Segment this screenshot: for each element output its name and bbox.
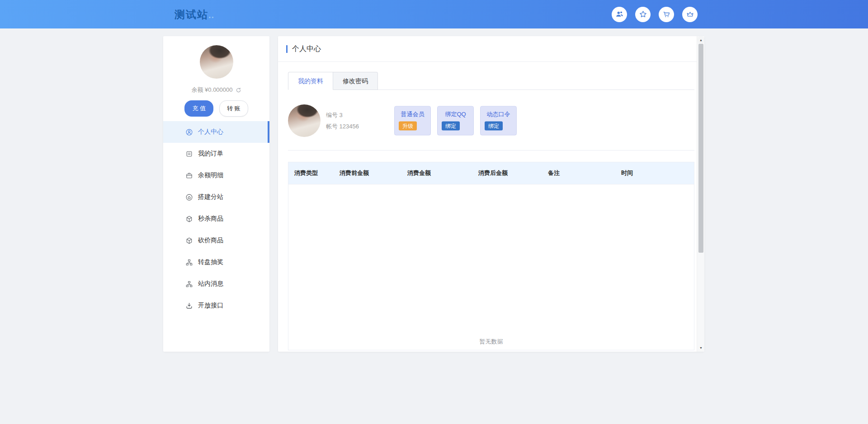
bind-qq-button[interactable]: 绑定 [442,122,460,131]
otp-card: 动态口令 绑定 [480,106,517,136]
order-icon [185,150,193,158]
recharge-button[interactable]: 充 值 [184,100,213,117]
profile-info: 编号 3 帐号 123456 [326,109,359,132]
sitemap-icon [185,259,193,266]
sidebar-item-open-api[interactable]: 开放接口 [163,295,269,316]
sidebar-item-label: 砍价商品 [198,236,223,245]
site-logo[interactable]: 测试站.. [175,7,214,21]
site-logo-dots: .. [208,9,214,19]
site-logo-text: 测试站 [175,8,208,20]
substation-icon [185,193,193,201]
scrollbar-thumb[interactable] [698,44,703,253]
favorites-star-icon[interactable] [635,7,651,22]
title-accent-bar [286,45,288,53]
sidebar-item-bargain-goods[interactable]: 砍价商品 [163,230,269,251]
sidebar: 余额 ¥0.000000 充 值 转 账 个人中心 我的订单 [163,36,269,352]
member-level-title: 普通会员 [399,110,426,118]
section-divider [288,150,694,151]
user-avatar[interactable] [200,45,233,79]
profile-section: 编号 3 帐号 123456 普通会员 升级 绑定QQ 绑定 动态口令 绑定 [288,104,694,137]
table-header-row: 消费类型 消费前金额 消费金额 消费后金额 备注 时间 [288,162,694,184]
transfer-button[interactable]: 转 账 [219,100,248,117]
tab-change-password[interactable]: 修改密码 [333,72,378,90]
sidebar-item-label: 站内消息 [198,280,223,288]
profile-account: 帐号 123456 [326,121,359,132]
page-title-bar: 个人中心 [278,36,704,62]
sidebar-menu: 个人中心 我的订单 余额明细 搭建分站 [163,121,269,316]
upgrade-button[interactable]: 升级 [399,122,417,131]
panel-body: 我的资料 修改密码 编号 3 帐号 123456 普通会员 升级 绑定QQ 绑定… [278,72,704,350]
sidebar-item-my-orders[interactable]: 我的订单 [163,143,269,165]
otp-title: 动态口令 [485,110,512,118]
bind-qq-title: 绑定QQ [442,110,469,118]
vip-crown-icon[interactable] [682,7,698,22]
table-body: 暂无数据 [288,184,694,350]
shop-cart-icon[interactable] [659,7,674,22]
column-header: 备注 [542,169,615,177]
sitemap-icon [185,280,193,288]
header-icon-group [612,7,698,22]
sidebar-item-seckill-goods[interactable]: 秒杀商品 [163,208,269,230]
user-circle-icon [185,128,193,136]
sidebar-item-label: 秒杀商品 [198,215,223,223]
bind-qq-card: 绑定QQ 绑定 [437,106,474,136]
sidebar-item-wheel-lottery[interactable]: 转盘抽奖 [163,251,269,273]
cube-icon [185,215,193,223]
tab-bar: 我的资料 修改密码 [288,72,694,90]
scroll-up-arrow-icon[interactable]: ▲ [697,36,704,44]
page-title: 个人中心 [292,44,321,54]
column-header: 消费前金额 [334,169,401,177]
wallet-icon [185,172,193,179]
column-header: 时间 [615,169,694,177]
main-panel: 个人中心 我的资料 修改密码 编号 3 帐号 123456 普通会员 升级 绑定… [278,36,704,352]
column-header: 消费类型 [288,169,334,177]
sidebar-item-label: 搭建分站 [198,193,223,201]
column-header: 消费后金额 [472,169,542,177]
otp-bind-button[interactable]: 绑定 [485,122,503,131]
download-icon [185,302,193,310]
tab-my-profile[interactable]: 我的资料 [288,72,333,90]
sidebar-item-personal-center[interactable]: 个人中心 [163,121,269,143]
profile-avatar[interactable] [288,104,321,137]
top-header: 测试站.. [0,0,868,28]
refresh-icon[interactable] [236,87,241,93]
balance-text: 余额 ¥0.000000 [191,86,232,94]
column-header: 消费金额 [401,169,472,177]
sidebar-item-label: 转盘抽奖 [198,258,223,266]
members-icon[interactable] [612,7,627,22]
sidebar-item-site-messages[interactable]: 站内消息 [163,273,269,295]
sidebar-item-label: 余额明细 [198,171,223,179]
cube-icon [185,237,193,245]
sidebar-item-balance-detail[interactable]: 余额明细 [163,165,269,186]
consumption-table: 消费类型 消费前金额 消费金额 消费后金额 备注 时间 暂无数据 [288,162,694,350]
scroll-down-arrow-icon[interactable]: ▼ [697,344,704,352]
balance-actions: 充 值 转 账 [163,100,269,117]
empty-state-text: 暂无数据 [288,338,694,346]
sidebar-item-build-substation[interactable]: 搭建分站 [163,186,269,208]
balance-row: 余额 ¥0.000000 [163,86,269,94]
sidebar-item-label: 我的订单 [198,150,223,158]
vertical-scrollbar[interactable]: ▲ ▼ [697,36,704,352]
profile-id: 编号 3 [326,109,359,121]
sidebar-item-label: 个人中心 [198,128,223,136]
sidebar-item-label: 开放接口 [198,302,223,310]
profile-cards: 普通会员 升级 绑定QQ 绑定 动态口令 绑定 [394,106,517,136]
member-level-card: 普通会员 升级 [394,106,431,136]
